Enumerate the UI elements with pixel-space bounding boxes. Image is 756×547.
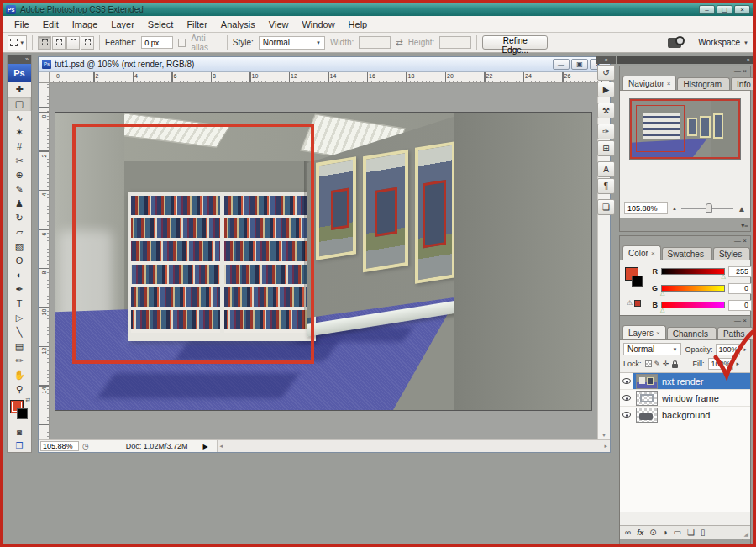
tool-crop[interactable]: # (8, 139, 31, 154)
tool-eraser[interactable]: ▱ (8, 225, 31, 239)
scroll-left-icon[interactable]: ◂ (220, 443, 223, 450)
tool-blur[interactable]: ʘ (8, 254, 31, 268)
menu-layer[interactable]: Layer (104, 19, 141, 29)
maximize-button[interactable]: ▢ (717, 5, 732, 14)
tab-2[interactable]: Paths (717, 327, 753, 339)
navigator-proxy-view[interactable] (630, 99, 740, 159)
new-selection-button[interactable] (38, 36, 51, 50)
footer-link-layers[interactable]: ∞ (625, 529, 631, 537)
dock-panel-history[interactable]: ↺ (597, 65, 615, 81)
tool-path-select[interactable]: ▷ (8, 311, 31, 325)
menu-help[interactable]: Help (342, 19, 375, 29)
lock-transparency-icon[interactable] (645, 360, 652, 367)
tab-0[interactable]: Color× (622, 245, 661, 260)
channel-slider[interactable]: △ (661, 285, 725, 292)
navigator-zoom-slider[interactable] (681, 208, 733, 209)
layer-row-nxt-render[interactable]: nxt render (620, 373, 750, 390)
status-zoom-input[interactable] (40, 441, 79, 451)
scroll-right-icon[interactable]: ▸ (604, 443, 607, 450)
swap-colors-icon[interactable]: ⇄ (25, 397, 30, 403)
panel-minimize-close[interactable]: — × (620, 236, 750, 245)
footer-layer-style[interactable]: fx (637, 529, 643, 537)
canvas-image[interactable] (55, 112, 592, 411)
dock-panel-tool-presets[interactable]: ⚒ (597, 103, 615, 118)
layer-row-window-frame[interactable]: window frame (620, 390, 750, 407)
title-bar[interactable]: Ps Adobe Photoshop CS3 Extended – ▢ × (3, 3, 753, 16)
visibility-eye-icon[interactable] (620, 373, 633, 389)
tool-zoom[interactable]: ⚲ (8, 382, 31, 397)
tool-magic-wand[interactable]: ✶ (8, 125, 31, 139)
footer-delete-layer[interactable]: ▯ (701, 529, 706, 537)
tab-1[interactable]: Swatches (662, 247, 712, 260)
tab-0[interactable]: Navigator× (622, 76, 676, 90)
navigator-zoom-input[interactable] (624, 202, 668, 214)
opacity-value[interactable]: 100% (716, 344, 740, 355)
slider-thumb-icon[interactable]: △ (660, 290, 664, 297)
navigator-thumbnail[interactable] (629, 98, 741, 160)
zoom-in-icon[interactable]: ▲ (738, 204, 746, 213)
fill-spinner-icon[interactable]: ▸ (737, 360, 740, 367)
subtract-selection-button[interactable] (66, 36, 80, 50)
intersect-selection-button[interactable] (81, 36, 94, 50)
channel-value[interactable]: 0 (728, 300, 752, 311)
dock-collapse-grip[interactable]: » (617, 56, 753, 64)
tool-gradient[interactable]: ▧ (8, 239, 31, 254)
opacity-spinner-icon[interactable]: ▸ (743, 346, 747, 353)
menu-file[interactable]: File (8, 19, 36, 29)
tab-1[interactable]: Histogram (677, 77, 730, 90)
doc-minimize-button[interactable]: — (553, 59, 570, 70)
doc-restore-button[interactable]: ▣ (571, 59, 588, 70)
dock-panel-character[interactable]: A (597, 161, 615, 177)
footer-new-group[interactable]: ▭ (674, 529, 681, 537)
tool-history-brush[interactable]: ↻ (8, 211, 31, 225)
slider-thumb-icon[interactable]: △ (722, 273, 726, 280)
background-color-swatch[interactable] (17, 408, 28, 419)
channel-slider[interactable]: △ (661, 302, 725, 308)
menu-select[interactable]: Select (141, 19, 181, 29)
tool-clone-stamp[interactable]: ♟ (8, 197, 31, 211)
resize-grip[interactable]: ◢ (744, 531, 748, 538)
height-input[interactable] (439, 36, 471, 49)
document-title-bar[interactable]: Ps tut1.psd @ 106% (nxt render, RGB/8) —… (39, 57, 610, 72)
tool-brush[interactable]: ✎ (8, 182, 31, 197)
tab-2[interactable]: Info (731, 77, 756, 90)
dock-panel-brushes[interactable]: ✑ (597, 124, 615, 139)
feather-input[interactable] (141, 36, 173, 49)
dock-panel-paragraph[interactable]: ¶ (597, 178, 615, 194)
visibility-eye-icon[interactable] (620, 407, 633, 423)
lock-all-icon[interactable] (672, 364, 678, 368)
canvas-viewport[interactable] (50, 83, 597, 439)
screen-mode-button[interactable]: ❐ (8, 439, 31, 452)
tool-pen[interactable]: ✒ (8, 282, 31, 297)
menu-edit[interactable]: Edit (36, 19, 66, 29)
footer-new-layer[interactable]: ❏ (687, 529, 695, 537)
slider-thumb-icon[interactable]: △ (660, 307, 664, 313)
scroll-down-icon[interactable]: ▼ (601, 432, 607, 438)
channel-value[interactable]: 0 (728, 283, 752, 294)
anti-alias-checkbox[interactable] (178, 39, 186, 47)
menu-image[interactable]: Image (66, 19, 105, 29)
go-to-bridge-icon[interactable] (668, 38, 681, 48)
footer-adjustment-layer[interactable]: ◑ (663, 529, 668, 537)
panel-menu-icon[interactable]: ▾≡ (741, 222, 748, 229)
tool-notes[interactable]: ▤ (8, 339, 31, 354)
tool-line[interactable]: ╲ (8, 325, 31, 339)
tool-slice[interactable]: ✂ (8, 154, 31, 168)
style-select[interactable]: Normal ▼ (259, 36, 325, 50)
panel-minimize-close[interactable]: — × (620, 316, 750, 325)
tool-eyedropper[interactable]: ✏ (8, 354, 31, 368)
menu-window[interactable]: Window (295, 19, 341, 29)
channel-value[interactable]: 255 (728, 266, 752, 277)
swap-dimensions-icon[interactable]: ⇄ (396, 38, 402, 47)
footer-add-mask[interactable]: ⊙ (649, 529, 656, 537)
lock-position-icon[interactable]: ✛ (663, 360, 669, 368)
expand-dock-grip[interactable]: « (596, 56, 616, 64)
tab-1[interactable]: Channels (667, 327, 717, 339)
tool-hand[interactable]: ✋ (8, 368, 31, 382)
horizontal-scrollbar[interactable]: ◂ ▸ (217, 440, 610, 452)
zoom-out-icon[interactable]: ▲ (672, 206, 677, 211)
width-input[interactable] (359, 36, 391, 49)
visibility-eye-icon[interactable] (620, 390, 633, 406)
tool-dodge[interactable]: ◐ (8, 268, 31, 282)
channel-slider[interactable]: △ (661, 268, 725, 275)
